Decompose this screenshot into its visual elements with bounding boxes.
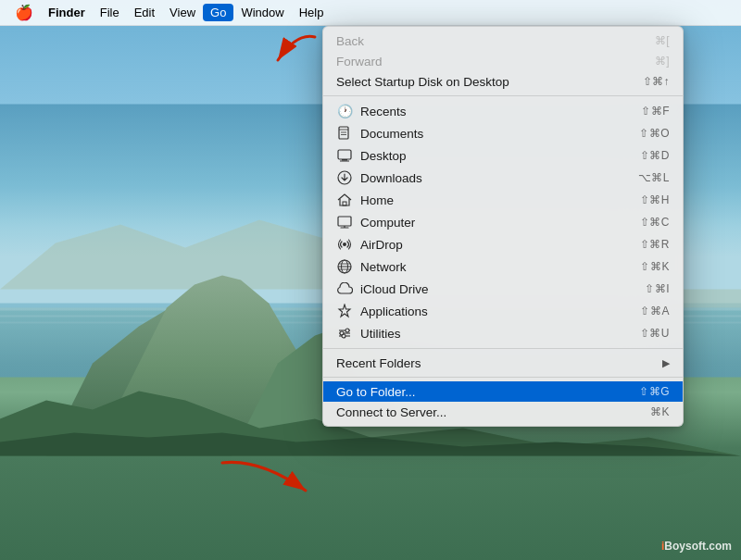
icloud-label: iCloud Drive: [360, 282, 429, 296]
svg-rect-11: [340, 161, 349, 162]
menubar: 🍎 Finder File Edit View Go Window Help: [0, 0, 741, 26]
menu-item-applications[interactable]: Applications ⇧⌘A: [323, 300, 683, 322]
recents-shortcut: ⇧⌘F: [641, 105, 670, 118]
documents-shortcut: ⇧⌘O: [639, 127, 670, 140]
menu-item-desktop[interactable]: Desktop ⇧⌘D: [323, 144, 683, 167]
home-icon: [336, 192, 353, 208]
watermark: iBoysoft.com: [661, 540, 732, 553]
back-label: Back: [336, 34, 364, 48]
goto-folder-label: Go to Folder...: [336, 385, 416, 399]
go-dropdown-menu: Back ⌘[ Forward ⌘] Select Startup Disk o…: [322, 26, 684, 427]
recent-folders-label: Recent Folders: [336, 356, 421, 370]
help-menu[interactable]: Help: [292, 4, 332, 21]
menu-item-airdrop[interactable]: AirDrop ⇧⌘R: [323, 233, 683, 255]
svg-point-29: [342, 334, 345, 338]
svg-rect-9: [338, 150, 351, 159]
menu-item-back[interactable]: Back ⌘[: [323, 31, 683, 51]
separator-2: [323, 348, 683, 349]
downloads-icon: [336, 169, 353, 186]
menu-item-recents[interactable]: 🕐 Recents ⇧⌘F: [323, 100, 683, 122]
separator-1: [323, 95, 683, 96]
icloud-icon: [336, 280, 353, 297]
documents-icon: [336, 125, 353, 142]
menu-item-downloads[interactable]: Downloads ⌥⌘L: [323, 167, 683, 189]
svg-rect-10: [342, 159, 347, 161]
menu-item-icloud[interactable]: iCloud Drive ⇧⌘I: [323, 278, 683, 300]
desktop-label: Desktop: [360, 149, 407, 163]
recents-icon: 🕐: [336, 103, 353, 119]
forward-label: Forward: [336, 55, 383, 68]
utilities-shortcut: ⇧⌘U: [640, 327, 670, 340]
goto-folder-shortcut: ⇧⌘G: [639, 385, 670, 398]
computer-icon: [336, 214, 353, 230]
menu-item-recent-folders[interactable]: Recent Folders ▶: [323, 353, 683, 373]
svg-point-17: [343, 243, 346, 246]
window-menu[interactable]: Window: [233, 4, 291, 21]
network-icon: [336, 258, 353, 275]
startup-label: Select Startup Disk on Desktop: [336, 75, 509, 89]
computer-label: Computer: [360, 216, 415, 230]
svg-rect-5: [339, 127, 348, 139]
network-label: Network: [360, 260, 407, 274]
applications-icon: [336, 303, 353, 319]
menu-item-goto-folder[interactable]: Go to Folder... ⇧⌘G: [323, 381, 683, 402]
airdrop-label: AirDrop: [360, 238, 403, 252]
menu-item-documents[interactable]: Documents ⇧⌘O: [323, 122, 683, 144]
menu-item-connect[interactable]: Connect to Server... ⌘K: [323, 402, 683, 422]
menu-item-startup[interactable]: Select Startup Disk on Desktop ⇧⌘↑: [323, 71, 683, 92]
menu-item-forward[interactable]: Forward ⌘]: [323, 51, 683, 71]
desktop-shortcut: ⇧⌘D: [640, 149, 670, 162]
documents-label: Documents: [360, 127, 423, 141]
computer-shortcut: ⇧⌘C: [640, 216, 670, 229]
svg-rect-14: [338, 217, 351, 226]
forward-shortcut: ⌘]: [655, 55, 670, 68]
svg-point-26: [345, 329, 349, 332]
applications-shortcut: ⇧⌘A: [640, 305, 670, 317]
edit-menu[interactable]: Edit: [127, 4, 162, 21]
airdrop-icon: [336, 236, 353, 253]
separator-3: [323, 377, 683, 378]
menu-item-home[interactable]: Home ⇧⌘H: [323, 189, 683, 211]
home-label: Home: [360, 193, 394, 207]
connect-shortcut: ⌘K: [650, 405, 670, 418]
desktop-icon: [336, 147, 353, 164]
svg-rect-13: [343, 202, 346, 205]
connect-label: Connect to Server...: [336, 405, 446, 419]
recents-label: Recents: [360, 105, 407, 118]
menu-item-utilities[interactable]: Utilities ⇧⌘U: [323, 322, 683, 344]
finder-menu[interactable]: Finder: [41, 4, 93, 21]
apple-icon: 🍎: [15, 5, 33, 20]
utilities-icon: [336, 325, 353, 342]
applications-label: Applications: [360, 305, 428, 318]
icloud-shortcut: ⇧⌘I: [645, 282, 670, 295]
back-shortcut: ⌘[: [655, 34, 670, 47]
menu-item-network[interactable]: Network ⇧⌘K: [323, 255, 683, 278]
network-shortcut: ⇧⌘K: [640, 260, 670, 273]
apple-menu[interactable]: 🍎: [7, 2, 41, 23]
go-menu[interactable]: Go: [203, 4, 233, 21]
home-shortcut: ⇧⌘H: [640, 193, 670, 206]
utilities-label: Utilities: [360, 327, 401, 341]
downloads-shortcut: ⌥⌘L: [638, 171, 670, 184]
view-menu[interactable]: View: [162, 4, 203, 21]
menu-item-computer[interactable]: Computer ⇧⌘C: [323, 211, 683, 233]
recent-folders-arrow: ▶: [662, 357, 670, 369]
file-menu[interactable]: File: [93, 4, 127, 21]
startup-shortcut: ⇧⌘↑: [643, 75, 671, 88]
airdrop-shortcut: ⇧⌘R: [640, 238, 670, 251]
downloads-label: Downloads: [360, 171, 422, 185]
